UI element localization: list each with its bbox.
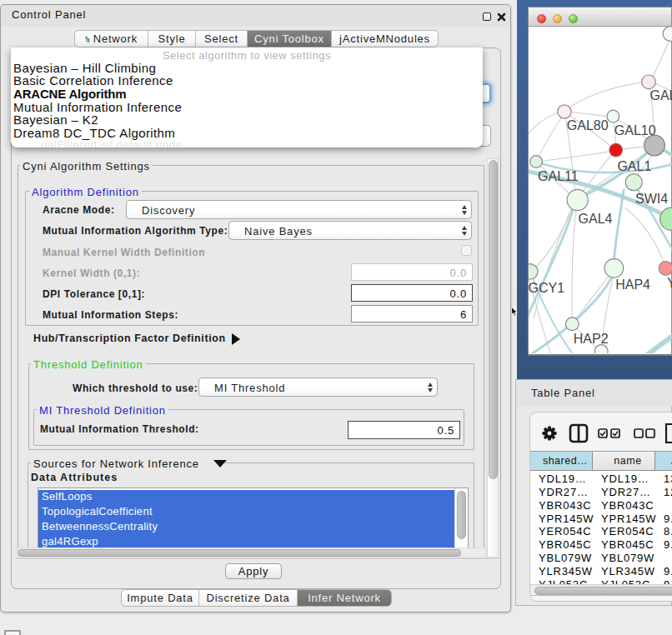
table-cell[interactable]: YBR045C	[601, 538, 654, 551]
checked-pair-icon[interactable]	[599, 429, 619, 438]
table-header-row[interactable]: shared…nameA	[530, 452, 672, 471]
tab-jactivemnodules[interactable]: jActiveMNodules	[332, 31, 438, 47]
column-header-1[interactable]: name	[593, 452, 655, 471]
minimized-panel-icon[interactable]	[4, 630, 21, 635]
which-threshold-combobox[interactable]: MI Threshold	[198, 378, 438, 397]
mi-threshold-field[interactable]: 0.5	[348, 421, 460, 439]
tab-style[interactable]: Style	[148, 31, 196, 47]
network-edge[interactable]	[538, 151, 614, 162]
float-window-icon[interactable]	[483, 12, 491, 21]
attr-list-vscrollbar-thumb[interactable]	[457, 491, 466, 539]
attribute-list-item[interactable]: BetweennessCentrality	[38, 520, 456, 535]
kernel-width-field[interactable]: 0.0	[351, 263, 473, 281]
tab-cyni-toolbox[interactable]: Cyni Toolbox	[248, 31, 332, 47]
table-cell[interactable]: YDR27…	[539, 486, 589, 498]
network-node[interactable]	[644, 135, 665, 156]
attr-list-vscrollbar[interactable]	[454, 488, 468, 548]
node-table[interactable]: shared…nameA YDL19…YDL19…13YDR27…YDR27…1…	[530, 451, 672, 596]
data-attributes-list[interactable]: gal4RGexpBetweennessCentralityTopologica…	[38, 488, 469, 548]
tab-infer-network[interactable]: Infer Network	[298, 590, 391, 606]
mi-steps-field[interactable]: 6	[351, 305, 473, 322]
table-rows[interactable]: YDL19…YDL19…13YDR27…YDR27…12YBR043CYBR04…	[530, 471, 672, 582]
network-node-yj[interactable]	[659, 262, 672, 276]
table-cell[interactable]: 13	[664, 472, 672, 485]
tab-network[interactable]: Network	[75, 31, 148, 47]
table-cell[interactable]: YLR345W	[539, 565, 593, 578]
mi-type-combobox[interactable]: Naive Bayes	[228, 221, 472, 240]
network-node-hap2[interactable]	[565, 318, 579, 331]
attribute-list-item[interactable]: TopologicalCoefficient	[38, 505, 456, 520]
network-node[interactable]	[663, 27, 672, 41]
aracne-mode-combobox[interactable]: Discovery	[126, 200, 472, 219]
network-edge[interactable]	[537, 113, 564, 160]
network-node-gal4[interactable]	[567, 189, 588, 210]
dropdown-item[interactable]: Mutual Information Inference	[13, 100, 182, 114]
tab-select[interactable]: Select	[196, 31, 248, 47]
zoom-traffic-light-icon[interactable]	[569, 14, 578, 23]
dropdown-item[interactable]: ARACNE Algorithm	[13, 87, 126, 101]
table-cell[interactable]: YDR27…	[601, 486, 651, 498]
table-cell[interactable]: 8.	[664, 525, 672, 538]
table-cell[interactable]: YBL079W	[601, 552, 654, 564]
network-node[interactable]	[660, 208, 672, 230]
settings-hscrollbar-thumb[interactable]	[18, 549, 461, 557]
network-node[interactable]	[594, 345, 608, 353]
network-edge[interactable]	[625, 208, 665, 267]
table-cell[interactable]: YBR043C	[601, 499, 654, 512]
hub-expand-icon[interactable]	[232, 333, 240, 345]
network-edge[interactable]	[566, 112, 612, 117]
close-traffic-light-icon[interactable]	[537, 14, 546, 23]
split-columns-icon[interactable]	[570, 425, 587, 442]
network-node-gal7[interactable]	[642, 75, 656, 89]
dpi-tolerance-field[interactable]: 0.0	[351, 284, 473, 302]
network-edge[interactable]	[572, 202, 577, 323]
network-edge-highlighted[interactable]	[640, 332, 672, 353]
dropdown-item[interactable]: Basic Correlation Inference	[13, 73, 173, 88]
table-cell[interactable]: YPR145W	[601, 512, 656, 525]
network-edge[interactable]	[574, 270, 613, 322]
table-cell[interactable]: YDL19…	[601, 472, 649, 485]
network-node-gal80[interactable]	[558, 105, 571, 118]
manual-kernel-checkbox[interactable]	[461, 245, 472, 256]
tab-impute-data[interactable]: Impute Data	[122, 590, 199, 606]
network-node-swi4[interactable]	[625, 174, 642, 191]
table-cell[interactable]: YBR043C	[539, 499, 591, 512]
table-cell[interactable]: YLR345W	[601, 565, 655, 578]
hub-definition-label[interactable]: Hub/Transcription Factor Definition	[33, 332, 226, 344]
table-hscrollbar-thumb[interactable]	[534, 587, 672, 595]
table-cell[interactable]: 9.	[664, 512, 672, 525]
table-cell[interactable]: YER054C	[601, 525, 654, 538]
table-cell[interactable]: YBR045C	[539, 538, 591, 551]
network-edge[interactable]	[565, 82, 649, 111]
network-window-titlebar[interactable]	[529, 8, 671, 27]
dropdown-item[interactable]: Bayesian – K2	[13, 112, 98, 127]
dropdown-item[interactable]: Bayesian – Hill Climbing	[13, 61, 156, 75]
document-icon[interactable]	[666, 424, 672, 442]
table-cell[interactable]: YPR145W	[539, 512, 594, 525]
sources-collapse-icon[interactable]	[213, 460, 227, 468]
network-node-hap4[interactable]	[604, 259, 624, 278]
apply-button[interactable]: Apply	[225, 563, 282, 579]
table-cell[interactable]: 12	[664, 486, 672, 498]
attribute-list-item[interactable]: gal4RGexp	[38, 535, 456, 548]
settings-vscrollbar[interactable]	[487, 158, 499, 558]
settings-vscrollbar-thumb[interactable]	[489, 160, 498, 479]
table-hscrollbar[interactable]	[530, 584, 672, 596]
minimize-traffic-light-icon[interactable]	[553, 14, 562, 23]
table-cell[interactable]: 9.	[664, 538, 672, 551]
column-header-2[interactable]: A	[655, 452, 672, 471]
attribute-list-item[interactable]: SelfLoops	[38, 490, 456, 505]
tab-discretize-data[interactable]: Discretize Data	[199, 590, 298, 606]
gear-icon[interactable]	[542, 426, 556, 440]
network-edge[interactable]	[650, 36, 671, 81]
table-cell[interactable]: 9.	[664, 565, 672, 578]
network-node-gal10[interactable]	[607, 110, 619, 122]
table-cell[interactable]: YBL079W	[539, 552, 592, 564]
column-header-0[interactable]: shared…	[530, 452, 593, 471]
unchecked-pair-icon[interactable]	[634, 429, 654, 438]
network-graph-canvas[interactable]: GAL7GAL80GAL10GAL1SWI4GAL11GAL4HAP4YJGCY…	[529, 27, 672, 353]
network-node-gal11[interactable]	[530, 156, 543, 168]
table-cell[interactable]: YDL19…	[539, 472, 587, 485]
network-node-gal1[interactable]	[609, 143, 622, 156]
close-panel-icon[interactable]	[497, 12, 506, 22]
